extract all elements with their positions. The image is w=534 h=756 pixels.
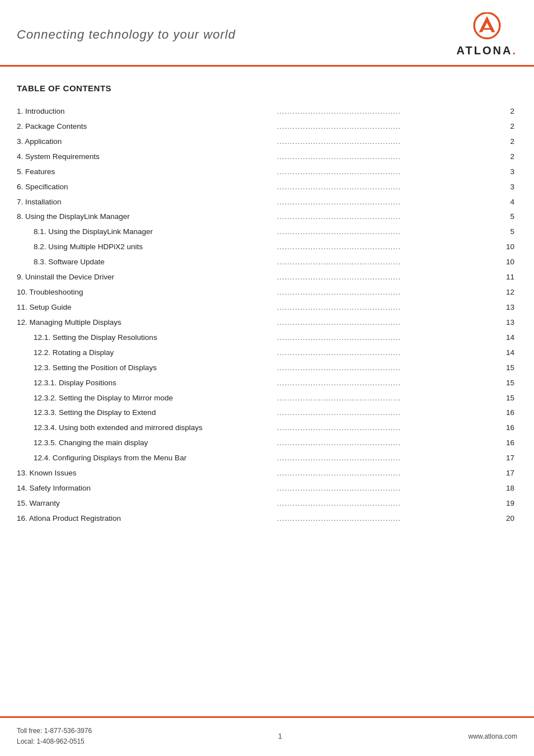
toc-entry-dots: ........................................… xyxy=(277,421,477,436)
toc-entry-page: 19 xyxy=(477,496,517,511)
toc-row: 7. Installation.........................… xyxy=(17,195,517,210)
toc-entry-label: 12.3.3. Setting the Display to Extend xyxy=(17,405,277,421)
toc-entry-dots: ........................................… xyxy=(277,315,477,330)
toc-row: 4. System Requirements..................… xyxy=(17,150,517,165)
main-content: TABLE OF CONTENTS 1. Introduction.......… xyxy=(0,67,534,716)
toc-entry-label: 3. Application xyxy=(17,134,277,150)
toc-entry-page: 2 xyxy=(477,134,517,150)
toc-entry-page: 5 xyxy=(477,225,517,240)
toc-entry-dots: ........................................… xyxy=(277,150,477,165)
toc-entry-dots: ........................................… xyxy=(277,225,477,240)
toc-row: 8.2. Using Multiple HDPiX2 units........… xyxy=(17,240,517,255)
toc-entry-dots: ........................................… xyxy=(277,466,477,481)
footer-left: Toll free: 1-877-536-3976 Local: 1-408-9… xyxy=(17,726,92,747)
toc-row: 12.3.4. Using both extended and mirrored… xyxy=(17,421,517,436)
toc-entry-page: 4 xyxy=(477,195,517,210)
toc-table: 1. Introduction.........................… xyxy=(17,104,517,526)
toc-entry-page: 15 xyxy=(477,376,517,391)
toc-entry-label: 4. System Requirements xyxy=(17,150,277,165)
toc-entry-page: 17 xyxy=(477,466,517,481)
toc-entry-label: 12.4. Configuring Displays from the Menu… xyxy=(17,451,277,466)
toc-row: 12.3.2. Setting the Display to Mirror mo… xyxy=(17,391,517,406)
toc-entry-dots: ........................................… xyxy=(277,361,477,376)
toc-entry-page: 14 xyxy=(477,330,517,346)
toc-entry-page: 13 xyxy=(477,315,517,330)
toc-entry-label: 12.1. Setting the Display Resolutions xyxy=(17,330,277,346)
toc-entry-page: 13 xyxy=(477,300,517,315)
toc-entry-label: 2. Package Contents xyxy=(17,119,277,134)
footer-page-number: 1 xyxy=(278,732,282,740)
logo-area: ATLONA. xyxy=(457,12,517,57)
toc-entry-dots: ........................................… xyxy=(277,180,477,195)
toc-entry-dots: ........................................… xyxy=(277,270,477,285)
toc-entry-dots: ........................................… xyxy=(277,134,477,150)
toc-entry-dots: ........................................… xyxy=(277,255,477,270)
toc-title: TABLE OF CONTENTS xyxy=(17,83,517,93)
toc-entry-dots: ........................................… xyxy=(277,165,477,180)
toc-row: 5. Features.............................… xyxy=(17,165,517,180)
toc-entry-page: 14 xyxy=(477,346,517,361)
toc-entry-page: 15 xyxy=(477,361,517,376)
toc-row: 13. Known Issues........................… xyxy=(17,466,517,481)
toc-entry-label: 7. Installation xyxy=(17,195,277,210)
toc-row: 15. Warranty............................… xyxy=(17,496,517,511)
toc-entry-page: 12 xyxy=(477,285,517,300)
toc-entry-label: 8.1. Using the DisplayLink Manager xyxy=(17,225,277,240)
toc-entry-dots: ........................................… xyxy=(277,209,477,225)
toc-entry-dots: ........................................… xyxy=(277,240,477,255)
toc-entry-page: 11 xyxy=(477,270,517,285)
toc-entry-label: 9. Uninstall the Device Driver xyxy=(17,270,277,285)
toc-entry-label: 8. Using the DisplayLink Manager xyxy=(17,209,277,225)
toc-entry-label: 12.3.4. Using both extended and mirrored… xyxy=(17,421,277,436)
toc-entry-label: 14. Safety Information xyxy=(17,481,277,496)
toc-entry-label: 8.3. Software Update xyxy=(17,255,277,270)
toc-row: 8.3. Software Update....................… xyxy=(17,255,517,270)
toc-row: 12.1. Setting the Display Resolutions...… xyxy=(17,330,517,346)
logo-text: ATLONA. xyxy=(457,44,517,57)
toc-entry-label: 5. Features xyxy=(17,165,277,180)
toc-entry-dots: ........................................… xyxy=(277,330,477,346)
footer-tollfree: Toll free: 1-877-536-3976 xyxy=(17,726,92,736)
toc-entry-page: 16 xyxy=(477,405,517,421)
toc-entry-page: 10 xyxy=(477,255,517,270)
toc-entry-dots: ........................................… xyxy=(277,285,477,300)
toc-entry-page: 16 xyxy=(477,436,517,451)
toc-row: 12.3.3. Setting the Display to Extend...… xyxy=(17,405,517,421)
toc-entry-dots: ........................................… xyxy=(277,104,477,119)
toc-row: 14. Safety Information..................… xyxy=(17,481,517,496)
toc-row: 12.3. Setting the Position of Displays..… xyxy=(17,361,517,376)
toc-row: 2. Package Contents.....................… xyxy=(17,119,517,134)
toc-row: 3. Application..........................… xyxy=(17,134,517,150)
toc-entry-dots: ........................................… xyxy=(277,451,477,466)
toc-entry-dots: ........................................… xyxy=(277,436,477,451)
toc-entry-dots: ........................................… xyxy=(277,481,477,496)
header: Connecting technology to your world ATLO… xyxy=(0,0,534,65)
toc-entry-dots: ........................................… xyxy=(277,391,477,406)
toc-entry-label: 12. Managing Multiple Displays xyxy=(17,315,277,330)
toc-entry-dots: ........................................… xyxy=(277,496,477,511)
toc-row: 12.2. Rotating a Display................… xyxy=(17,346,517,361)
toc-entry-dots: ........................................… xyxy=(277,405,477,421)
toc-entry-page: 10 xyxy=(477,240,517,255)
header-tagline: Connecting technology to your world xyxy=(17,27,236,42)
toc-entry-dots: ........................................… xyxy=(277,346,477,361)
toc-entry-label: 15. Warranty xyxy=(17,496,277,511)
toc-entry-page: 3 xyxy=(477,165,517,180)
toc-entry-label: 10. Troubleshooting xyxy=(17,285,277,300)
toc-row: 9. Uninstall the Device Driver..........… xyxy=(17,270,517,285)
toc-entry-page: 2 xyxy=(477,104,517,119)
toc-entry-label: 8.2. Using Multiple HDPiX2 units xyxy=(17,240,277,255)
toc-entry-page: 18 xyxy=(477,481,517,496)
toc-entry-label: 11. Setup Guide xyxy=(17,300,277,315)
toc-entry-label: 12.3.1. Display Positions xyxy=(17,376,277,391)
toc-entry-dots: ........................................… xyxy=(277,511,477,526)
toc-row: 10. Troubleshooting.....................… xyxy=(17,285,517,300)
toc-row: 1. Introduction.........................… xyxy=(17,104,517,119)
toc-entry-page: 16 xyxy=(477,421,517,436)
toc-entry-page: 5 xyxy=(477,209,517,225)
atlona-logo-icon xyxy=(470,12,504,43)
toc-entry-dots: ........................................… xyxy=(277,119,477,134)
toc-entry-page: 3 xyxy=(477,180,517,195)
toc-row: 8. Using the DisplayLink Manager........… xyxy=(17,209,517,225)
toc-entry-page: 2 xyxy=(477,119,517,134)
